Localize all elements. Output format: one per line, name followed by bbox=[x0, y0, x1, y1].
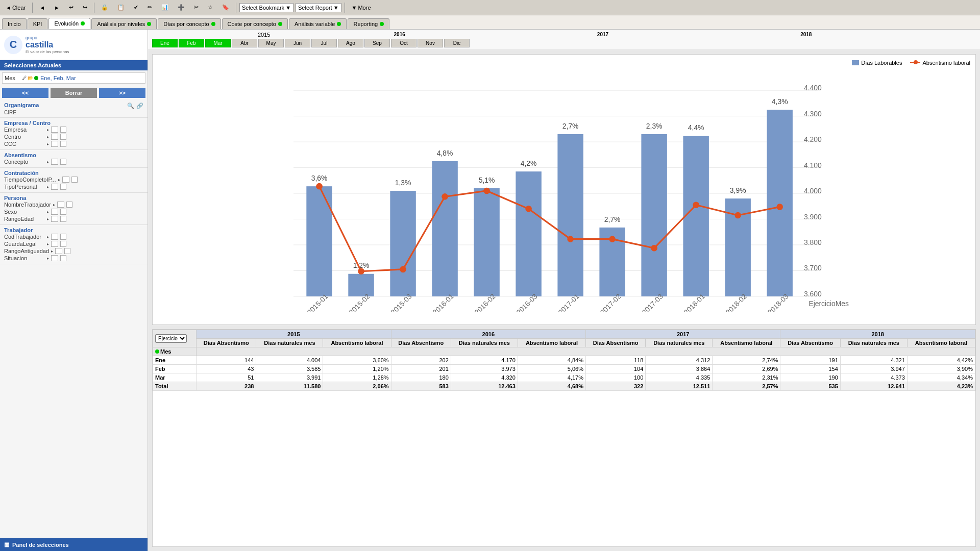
th-ejercicio[interactable]: Ejercicio bbox=[153, 330, 197, 347]
sexo-checkbox[interactable] bbox=[60, 209, 66, 215]
rango-dropdown[interactable] bbox=[51, 216, 58, 222]
concepto-label: Concepto bbox=[4, 159, 45, 165]
point-7 bbox=[567, 236, 574, 242]
centro-dropdown[interactable] bbox=[51, 134, 58, 140]
lock-icon: 🔒 bbox=[101, 4, 108, 11]
situacion-checkbox[interactable] bbox=[60, 255, 66, 261]
td-abs-2016-feb: 5,06% bbox=[518, 365, 585, 373]
select-bookmark-dropdown[interactable]: Select Bookmark ▼ bbox=[239, 3, 293, 12]
tab-analisis-niveles[interactable]: Análisis por niveles bbox=[91, 18, 157, 29]
tab-coste-dot bbox=[278, 22, 282, 26]
concepto-dropdown[interactable] bbox=[51, 159, 58, 165]
tab-analisis-variable[interactable]: Análisis variable bbox=[289, 18, 347, 29]
rango-checkbox[interactable] bbox=[60, 216, 66, 222]
td-dias-2016-ene: 202 bbox=[391, 356, 451, 365]
chart-button[interactable]: 📊 bbox=[158, 3, 172, 12]
month-jul[interactable]: Jul bbox=[311, 39, 337, 47]
star-button[interactable]: ☆ bbox=[204, 3, 216, 12]
back-button[interactable]: ◄ bbox=[36, 3, 48, 12]
search-icon[interactable]: 🔍 bbox=[127, 103, 134, 109]
chart-legend: Días Laborables Absentismo laboral bbox=[158, 60, 970, 66]
td-total-abs-2016: 4,68% bbox=[518, 382, 585, 391]
point-9 bbox=[651, 245, 657, 252]
tab-dias-concepto[interactable]: Días por concepto bbox=[158, 18, 220, 29]
bar-2016-02 bbox=[474, 188, 499, 296]
add-button[interactable]: ➕ bbox=[174, 3, 188, 12]
lock-button[interactable]: 🔒 bbox=[97, 3, 112, 12]
concepto-checkbox[interactable] bbox=[60, 159, 66, 165]
cod-checkbox[interactable] bbox=[60, 234, 66, 240]
empresa-dropdown[interactable] bbox=[51, 127, 58, 133]
bookmark-button[interactable]: 🔖 bbox=[218, 3, 233, 12]
tab-kpi[interactable]: KPI bbox=[28, 18, 48, 29]
tiempo-dropdown[interactable] bbox=[62, 177, 69, 183]
rango-ant-dropdown[interactable] bbox=[55, 248, 62, 254]
month-jun[interactable]: Jun bbox=[285, 39, 310, 47]
logo-castilla: castilla bbox=[26, 40, 69, 49]
td-mes-mar: Mar bbox=[153, 373, 197, 382]
month-dic[interactable]: Dic bbox=[444, 39, 470, 47]
month-oct[interactable]: Oct bbox=[391, 39, 416, 47]
clipboard-icon: 📋 bbox=[117, 4, 125, 11]
month-nov[interactable]: Nov bbox=[418, 39, 443, 47]
sexo-dropdown[interactable] bbox=[51, 209, 58, 215]
month-abr[interactable]: Abr bbox=[232, 39, 257, 47]
th-abs-2016: Absentismo laboral bbox=[518, 339, 585, 347]
nombre-checkbox[interactable] bbox=[66, 202, 72, 208]
td-nat-2016-feb: 3.973 bbox=[451, 365, 518, 373]
forward-button[interactable]: ► bbox=[51, 3, 63, 12]
edit-button[interactable]: ✏ bbox=[144, 3, 156, 12]
month-sep[interactable]: Sep bbox=[364, 39, 390, 47]
ccc-checkbox[interactable] bbox=[60, 141, 66, 147]
td-nat-2016-mar: 4.320 bbox=[451, 373, 518, 382]
nav-borrar-button[interactable]: Borrar bbox=[51, 88, 97, 98]
tipo-row: TipoPersonal ▸ bbox=[4, 183, 143, 190]
situacion-dropdown[interactable] bbox=[51, 255, 58, 261]
tiempo-checkbox[interactable] bbox=[71, 177, 78, 183]
tab-coste-label: Coste por concepto bbox=[228, 21, 276, 27]
month-mar[interactable]: Mar bbox=[205, 39, 231, 47]
centro-checkbox[interactable] bbox=[60, 134, 66, 140]
tab-evolucion[interactable]: Evolución bbox=[48, 18, 90, 29]
redo-button[interactable]: ↪ bbox=[79, 3, 91, 12]
rango-ant-checkbox[interactable] bbox=[64, 248, 70, 254]
svg-text:5,1%: 5,1% bbox=[479, 176, 495, 184]
panel-selecciones[interactable]: ▦ Panel de selecciones bbox=[0, 538, 148, 551]
th-dias-2017: Días Absentismo bbox=[586, 339, 646, 347]
link-icon[interactable]: 🔗 bbox=[136, 103, 143, 109]
table-row-mar: Mar 51 3.991 1,28% 180 4.320 4,17% 100 4… bbox=[153, 373, 975, 382]
ccc-dropdown[interactable] bbox=[51, 141, 58, 147]
select-report-dropdown[interactable]: Select Report ▼ bbox=[296, 3, 341, 12]
td-abs-2015-feb: 1,20% bbox=[323, 365, 391, 373]
tab-inicio[interactable]: Inicio bbox=[2, 18, 27, 29]
tab-coste-concepto[interactable]: Coste por concepto bbox=[222, 18, 288, 29]
cod-dropdown[interactable] bbox=[51, 234, 58, 240]
ejercicio-select[interactable]: Ejercicio bbox=[155, 334, 187, 343]
more-button[interactable]: ▼ More bbox=[348, 3, 375, 12]
cut-button[interactable]: ✂ bbox=[190, 3, 202, 12]
undo-button[interactable]: ↩ bbox=[65, 3, 77, 12]
month-feb[interactable]: Feb bbox=[179, 39, 204, 47]
clipboard-button[interactable]: 📋 bbox=[114, 3, 128, 12]
guarda-checkbox[interactable] bbox=[60, 241, 66, 247]
forward-icon: ► bbox=[54, 5, 60, 11]
tipo-checkbox[interactable] bbox=[60, 184, 66, 190]
chart-area: Días Laborables Absentismo laboral 4.400… bbox=[148, 50, 980, 551]
guarda-dropdown[interactable] bbox=[51, 241, 58, 247]
toolbar: ◄ Clear ◄ ► ↩ ↪ 🔒 📋 ✔ ✏ 📊 ➕ ✂ ☆ 🔖 Select… bbox=[0, 0, 980, 15]
bar-2017-01 bbox=[557, 134, 583, 296]
year-row: 2015 2016 2017 2018 bbox=[152, 32, 976, 38]
month-ene[interactable]: Ene bbox=[152, 39, 178, 47]
clear-button[interactable]: ◄ Clear bbox=[2, 3, 29, 12]
tipo-dropdown[interactable] bbox=[51, 184, 58, 190]
check-button[interactable]: ✔ bbox=[130, 3, 142, 12]
month-ago[interactable]: Ago bbox=[338, 39, 363, 47]
empresa-checkbox[interactable] bbox=[60, 127, 66, 133]
month-may[interactable]: May bbox=[258, 39, 284, 47]
tab-reporting[interactable]: Reporting bbox=[348, 18, 389, 29]
timeline: 2015 2016 2017 2018 Ene Feb Mar Abr May … bbox=[148, 30, 980, 50]
td-nat-2017-mar: 4.335 bbox=[646, 373, 713, 382]
nombre-dropdown[interactable] bbox=[57, 202, 64, 208]
nav-prev-button[interactable]: << bbox=[2, 88, 48, 98]
nav-next-button[interactable]: >> bbox=[99, 88, 145, 98]
